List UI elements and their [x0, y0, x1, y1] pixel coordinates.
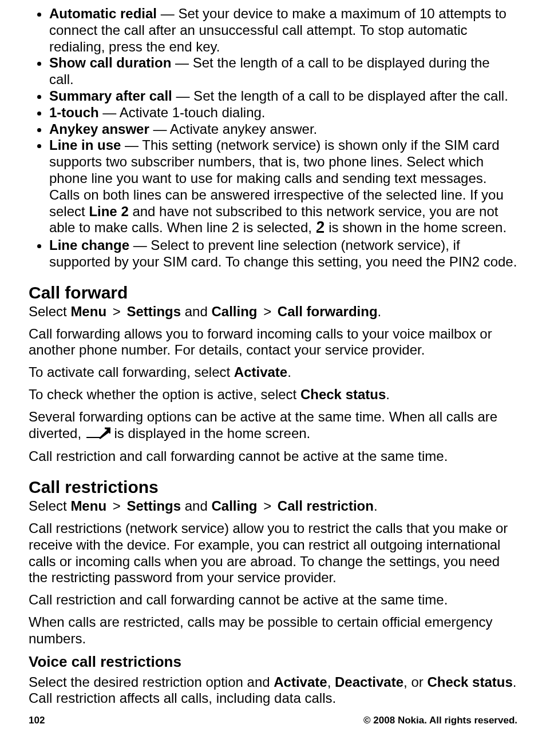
- bullet-label: 1-touch: [49, 105, 99, 120]
- text: is displayed in the home screen.: [110, 425, 311, 441]
- bullet-automatic-redial: Automatic redial — Set your device to ma…: [49, 6, 517, 55]
- voice-call-restrict-desc: Select the desired restriction option an…: [29, 674, 517, 707]
- text: To activate call forwarding, select: [29, 364, 234, 380]
- nav-sep: >: [113, 304, 121, 319]
- nav-call-forwarding: Call forwarding: [278, 304, 378, 319]
- nav-and: and: [181, 304, 211, 319]
- nav-settings: Settings: [126, 304, 181, 319]
- bullet-label: Show call duration: [49, 55, 171, 70]
- call-forward-heading: Call forward: [29, 283, 517, 303]
- line2-bold: Line 2: [89, 204, 128, 219]
- copyright-text: © 2008 Nokia. All rights reserved.: [363, 715, 517, 726]
- text: ,: [327, 674, 335, 690]
- bullet-summary-after-call: Summary after call — Set the length of a…: [49, 88, 517, 105]
- nav-dot: .: [378, 304, 382, 319]
- text: To check whether the option is active, s…: [29, 387, 300, 402]
- check-status-bold: Check status: [427, 674, 512, 690]
- nav-menu: Menu: [70, 498, 106, 514]
- nav-settings: Settings: [126, 498, 181, 514]
- bullet-line-change: Line change — Select to prevent line sel…: [49, 237, 517, 270]
- bullet-text: — Activate anykey answer.: [149, 121, 317, 137]
- check-status-bold: Check status: [300, 387, 386, 402]
- call-restrict-forward-note: Call restriction and call forwarding can…: [29, 592, 517, 608]
- nav-call-restriction: Call restriction: [278, 498, 374, 514]
- call-restrict-emergency-note: When calls are restricted, calls may be …: [29, 614, 517, 647]
- text: .: [386, 387, 390, 402]
- activate-bold: Activate: [274, 674, 327, 690]
- call-restrict-desc: Call restrictions (network service) allo…: [29, 520, 517, 586]
- number-2-icon: [316, 221, 325, 237]
- bullet-label: Line change: [49, 237, 129, 253]
- text: .: [287, 364, 291, 380]
- bullet-label: Automatic redial: [49, 6, 157, 21]
- divert-arrow-icon: [85, 427, 110, 443]
- page-footer: 102 © 2008 Nokia. All rights reserved.: [29, 715, 517, 726]
- page-number: 102: [29, 715, 45, 726]
- bullet-text: — Activate 1-touch dialing.: [99, 105, 266, 120]
- bullet-label: Summary after call: [49, 88, 172, 104]
- deactivate-bold: Deactivate: [335, 674, 403, 690]
- nav-and: and: [181, 498, 211, 514]
- voice-call-restrictions-heading: Voice call restrictions: [29, 653, 517, 671]
- bullet-anykey-answer: Anykey answer — Activate anykey answer.: [49, 121, 517, 138]
- call-restrictions-heading: Call restrictions: [29, 478, 517, 497]
- settings-bullet-list: Automatic redial — Set your device to ma…: [29, 6, 517, 270]
- call-forward-several-options: Several forwarding options can be active…: [29, 409, 517, 443]
- nav-dot: .: [374, 498, 378, 514]
- activate-bold: Activate: [234, 364, 287, 380]
- text: Select the desired restriction option an…: [29, 674, 274, 690]
- bullet-label: Line in use: [49, 137, 121, 153]
- call-forward-nav-path: Select Menu > Settings and Calling > Cal…: [29, 304, 517, 320]
- nav-sep: >: [113, 498, 121, 514]
- call-forward-desc: Call forwarding allows you to forward in…: [29, 326, 517, 359]
- call-forward-restriction-note: Call restriction and call forwarding can…: [29, 448, 517, 465]
- nav-sep: >: [263, 498, 271, 514]
- nav-menu: Menu: [70, 304, 106, 319]
- nav-select: Select: [29, 304, 70, 319]
- bullet-text: is shown in the home screen.: [325, 220, 507, 235]
- nav-calling: Calling: [211, 498, 257, 514]
- call-restrict-nav-path: Select Menu > Settings and Calling > Cal…: [29, 498, 517, 515]
- call-forward-check-status: To check whether the option is active, s…: [29, 387, 517, 403]
- bullet-1-touch: 1-touch — Activate 1-touch dialing.: [49, 105, 517, 121]
- bullet-text: — Set the length of a call to be display…: [172, 88, 508, 104]
- nav-sep: >: [263, 304, 271, 319]
- call-forward-activate: To activate call forwarding, select Acti…: [29, 364, 517, 381]
- text: , or: [403, 674, 427, 690]
- bullet-label: Anykey answer: [49, 121, 149, 137]
- bullet-line-in-use: Line in use — This setting (network serv…: [49, 137, 517, 237]
- nav-select: Select: [29, 498, 70, 514]
- bullet-show-call-duration: Show call duration — Set the length of a…: [49, 55, 517, 88]
- page: Automatic redial — Set your device to ma…: [0, 0, 546, 756]
- nav-calling: Calling: [211, 304, 257, 319]
